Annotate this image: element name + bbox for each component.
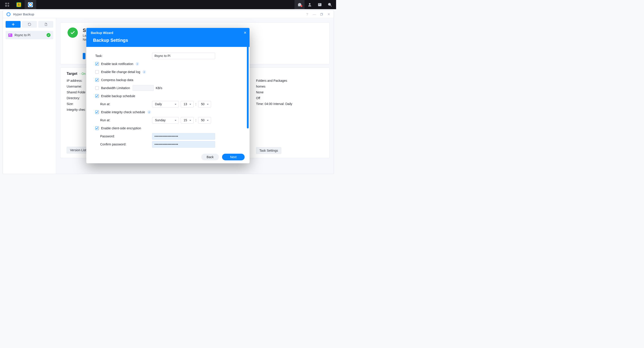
schedule-value: Time: 04:00 Interval: Daily xyxy=(256,102,323,106)
svg-line-4 xyxy=(330,5,332,6)
status-ok-icon xyxy=(46,33,50,37)
apps-grid-icon[interactable] xyxy=(1,0,13,9)
restore-button[interactable] xyxy=(22,21,37,28)
window-title: Hyper Backup xyxy=(13,12,34,16)
wizard-label: Backup Wizard xyxy=(91,31,245,35)
confirm-password-label: Confirm password: xyxy=(95,143,152,146)
sidebar: Rsync to Pi xyxy=(3,18,56,174)
rsync-folder-icon xyxy=(8,33,12,37)
window-titlebar: Hyper Backup ? — ✕ xyxy=(3,10,334,18)
help-icon[interactable]: ? xyxy=(306,12,309,16)
enable-notification-checkbox[interactable] xyxy=(95,62,99,66)
enable-filelog-label: Enable file change detail log xyxy=(101,70,140,74)
integrity-hour-select[interactable]: 15 xyxy=(181,117,194,124)
enable-integrity-checkbox[interactable] xyxy=(95,110,99,114)
dialog-footer: Back Next xyxy=(86,151,250,163)
backup-now-button[interactable] xyxy=(83,53,86,59)
schedule-hour-select[interactable]: 13 xyxy=(181,101,194,107)
bandwidth-label: Bandwidth Limitation xyxy=(101,86,130,90)
password-label: Password: xyxy=(95,135,152,138)
back-button[interactable]: Back xyxy=(201,154,219,160)
password-input[interactable] xyxy=(152,133,215,140)
time-colon: : xyxy=(196,118,196,122)
task-settings-button[interactable]: Task Settings xyxy=(256,147,281,154)
chat-icon[interactable] xyxy=(294,0,304,9)
enable-schedule-checkbox[interactable] xyxy=(95,94,99,98)
svg-rect-7 xyxy=(12,24,14,24)
enable-encryption-checkbox[interactable] xyxy=(95,126,99,130)
info-icon[interactable]: i xyxy=(136,62,139,66)
homes-value: homes xyxy=(256,85,323,88)
taskbar-app-store[interactable]: S xyxy=(13,0,24,9)
enable-filelog-checkbox[interactable] xyxy=(95,70,99,74)
add-job-button[interactable] xyxy=(6,21,20,28)
minimize-icon[interactable]: — xyxy=(312,12,316,16)
svg-rect-1 xyxy=(318,3,321,6)
maximize-icon[interactable] xyxy=(320,12,323,16)
none-value: None xyxy=(256,90,323,94)
next-button[interactable]: Next xyxy=(222,154,245,160)
runat-label: Run at: xyxy=(95,102,152,106)
bandwidth-unit: KB/s xyxy=(156,86,162,90)
compress-checkbox[interactable] xyxy=(95,78,99,82)
svg-point-0 xyxy=(309,3,310,5)
integrity-minute-select[interactable]: 50 xyxy=(198,117,211,124)
svg-rect-5 xyxy=(320,14,322,15)
task-input[interactable] xyxy=(152,53,215,59)
dialog-body: Task: Enable task notification i Enable … xyxy=(86,47,250,151)
folders-packages-value: Folders and Packages xyxy=(256,79,323,82)
target-heading: Target xyxy=(67,72,77,76)
enable-schedule-label: Enable backup schedule xyxy=(101,94,135,98)
svg-point-3 xyxy=(328,3,330,5)
user-icon[interactable] xyxy=(304,0,314,9)
document-button[interactable] xyxy=(38,21,53,28)
enable-integrity-label: Enable integrity check schedule xyxy=(101,110,145,114)
search-icon[interactable] xyxy=(325,0,335,9)
integrity-day-select[interactable]: Sunday xyxy=(152,117,179,124)
hyperbackup-logo-icon xyxy=(6,12,11,17)
panel-icon[interactable] xyxy=(314,0,325,9)
sidebar-job-item[interactable]: Rsync to Pi xyxy=(6,31,53,39)
enable-notification-label: Enable task notification xyxy=(101,62,133,66)
last-run-label: La xyxy=(83,34,86,37)
dialog-title: Backup Settings xyxy=(93,38,245,43)
sidebar-job-label: Rsync to Pi xyxy=(14,33,30,37)
dialog-close-icon[interactable]: × xyxy=(244,30,246,35)
os-taskbar: S xyxy=(0,0,336,9)
status-ok-large-icon xyxy=(68,27,78,38)
compress-label: Compress backup data xyxy=(101,78,133,82)
off-value: Off xyxy=(256,96,323,100)
time-colon: : xyxy=(196,102,196,106)
close-icon[interactable]: ✕ xyxy=(327,12,330,16)
svg-rect-2 xyxy=(319,4,320,4)
enable-encryption-label: Enable client-side encryption xyxy=(101,126,141,130)
online-status: - On xyxy=(80,72,86,75)
integrity-runat-label: Run at: xyxy=(95,118,152,122)
info-icon[interactable]: i xyxy=(142,70,146,74)
schedule-minute-select[interactable]: 50 xyxy=(198,101,211,107)
taskbar-app-hyperbackup[interactable] xyxy=(24,0,36,9)
dialog-header: Backup Wizard Backup Settings × xyxy=(86,28,250,47)
info-icon[interactable]: i xyxy=(147,110,151,114)
schedule-frequency-select[interactable]: Daily xyxy=(152,101,179,107)
bandwidth-checkbox[interactable] xyxy=(95,86,99,90)
task-label: Task: xyxy=(95,54,152,58)
confirm-password-input[interactable] xyxy=(152,141,215,148)
backup-wizard-dialog: Backup Wizard Backup Settings × Task: En… xyxy=(86,28,250,163)
bandwidth-input[interactable] xyxy=(132,85,154,91)
